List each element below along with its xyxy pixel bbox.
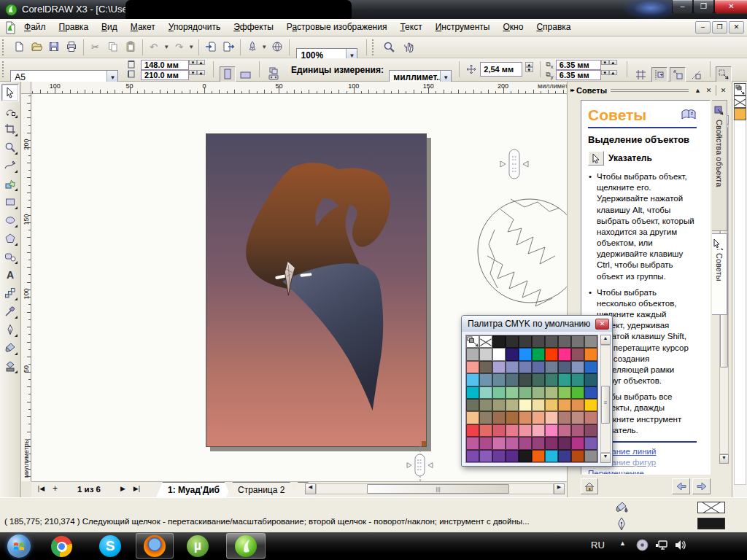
color-swatch[interactable] (506, 411, 519, 424)
color-swatch[interactable] (492, 424, 506, 437)
color-swatch[interactable] (492, 386, 506, 399)
color-swatch[interactable] (584, 411, 597, 424)
landscape-button[interactable] (238, 67, 254, 83)
color-swatch[interactable] (584, 373, 597, 386)
color-swatch[interactable] (532, 411, 545, 424)
copy-button[interactable] (104, 38, 122, 55)
cut-button[interactable]: ✂ (87, 38, 104, 55)
color-swatch[interactable] (558, 437, 571, 449)
forward-button[interactable] (692, 478, 711, 494)
flyout-icon[interactable] (15, 225, 18, 228)
color-swatch[interactable] (584, 424, 597, 437)
menu-окно[interactable]: Окно (496, 19, 530, 36)
coreldraw-task-button[interactable] (226, 533, 266, 559)
palette-options-icon[interactable] (734, 83, 746, 96)
restore-button[interactable]: ❐ (693, 0, 714, 14)
color-swatch[interactable] (545, 386, 558, 399)
color-swatch[interactable] (479, 361, 492, 373)
color-swatch[interactable] (558, 424, 571, 437)
color-swatch[interactable] (571, 373, 584, 386)
color-swatch[interactable] (734, 108, 746, 120)
skype-icon[interactable]: S (99, 535, 121, 557)
eyedropper-tool[interactable] (1, 303, 19, 320)
color-swatch[interactable] (479, 411, 492, 424)
nudge-spinner[interactable]: ▲▼ (525, 62, 533, 72)
flyout-icon[interactable] (15, 298, 18, 300)
color-swatch[interactable] (519, 424, 532, 437)
color-swatch[interactable] (571, 437, 584, 449)
rectangle-tool[interactable] (1, 193, 19, 211)
freehand-tool[interactable] (1, 157, 19, 174)
mdi-close-button[interactable]: ✕ (729, 21, 744, 34)
undo-button[interactable]: ↶ (146, 38, 163, 55)
color-swatch[interactable] (545, 373, 558, 386)
color-swatch[interactable] (492, 335, 506, 348)
color-swatch[interactable] (545, 348, 558, 360)
color-swatch[interactable] (584, 335, 597, 348)
cmyk-palette-window[interactable]: Палитра CMYK по умолчанию ✕ ▲ ≡ ▼ (461, 315, 613, 467)
color-swatch[interactable] (545, 335, 558, 348)
language-indicator[interactable]: RU (591, 540, 605, 551)
portrait-button[interactable] (220, 66, 236, 82)
color-swatch[interactable] (479, 373, 492, 386)
color-swatch[interactable] (519, 450, 532, 462)
menu-справка[interactable]: Справка (530, 19, 577, 36)
menu-макет[interactable]: Макет (124, 19, 162, 36)
guide-widget[interactable] (402, 443, 446, 481)
text-tool[interactable]: A (1, 266, 19, 284)
color-swatch[interactable] (558, 450, 571, 462)
color-swatch[interactable] (466, 373, 479, 386)
nudge-field[interactable]: 2,54 мм (480, 62, 522, 77)
redo-button[interactable]: ↷ (171, 38, 188, 55)
utorrent-icon[interactable]: µ (187, 535, 209, 557)
scroll-down-icon[interactable]: ▼ (600, 453, 611, 463)
flyout-icon[interactable] (15, 115, 18, 118)
color-swatch[interactable] (519, 411, 532, 424)
color-swatch[interactable] (545, 424, 558, 437)
color-swatch[interactable] (532, 373, 545, 386)
color-swatch[interactable] (492, 437, 506, 449)
interactive-blend-tool[interactable] (1, 284, 19, 302)
spin-up-icon[interactable]: ▲ (609, 60, 617, 65)
volume-tray-icon[interactable] (675, 540, 687, 551)
snap-to-objects-button[interactable] (670, 67, 686, 83)
zoom-tool[interactable] (1, 139, 19, 156)
disc-tray-icon[interactable] (636, 539, 649, 551)
layout-options-button[interactable] (266, 66, 282, 82)
color-swatch[interactable] (466, 361, 479, 373)
color-swatch[interactable] (584, 386, 597, 399)
palette-scroll-thumb[interactable]: ≡ (601, 386, 610, 424)
color-swatch[interactable] (558, 348, 571, 360)
horizontal-ruler[interactable]: 10050050100150200миллиметры (31, 82, 567, 94)
fill-color-swatch[interactable] (697, 502, 725, 513)
snap-to-grid-button[interactable] (633, 67, 649, 83)
color-swatch[interactable] (545, 437, 558, 449)
color-swatch[interactable] (506, 424, 519, 437)
scroll-left-icon[interactable]: ◀ (305, 483, 316, 494)
launcher-button[interactable] (244, 38, 261, 55)
tab-tips[interactable]: ? Советы (712, 233, 727, 315)
flyout-icon[interactable] (15, 261, 18, 264)
color-swatch[interactable] (532, 348, 545, 360)
color-swatch[interactable] (532, 437, 545, 449)
duplicate-x-field[interactable]: 6.35 мм (556, 60, 601, 70)
scroll-right-icon[interactable]: ▶ (554, 483, 565, 494)
close-button[interactable]: ✕ (714, 0, 747, 14)
docker-drag-line[interactable] (611, 89, 689, 92)
page-tab[interactable]: Страница 2 (226, 482, 296, 497)
zoom-tool-button[interactable] (380, 38, 398, 55)
tip-link[interactable]: Перемещение, масштабирование и растягива… (588, 469, 697, 475)
basic-shapes-tool[interactable] (1, 248, 19, 265)
color-swatch[interactable] (532, 450, 545, 462)
roll-up-widget[interactable] (495, 147, 533, 182)
open-button[interactable] (28, 38, 45, 55)
ellipse-tool[interactable] (1, 211, 19, 229)
document-page[interactable] (206, 133, 427, 447)
docker-grabber-icon[interactable]: ▸▸ (570, 87, 573, 93)
chrome-icon[interactable] (51, 536, 72, 557)
color-swatch[interactable] (532, 424, 545, 437)
docker-collapse-icon[interactable]: ▲ (692, 87, 703, 94)
spin-up-icon[interactable]: ▲ (197, 70, 205, 75)
color-swatch[interactable] (558, 373, 571, 386)
home-button[interactable] (581, 478, 598, 494)
